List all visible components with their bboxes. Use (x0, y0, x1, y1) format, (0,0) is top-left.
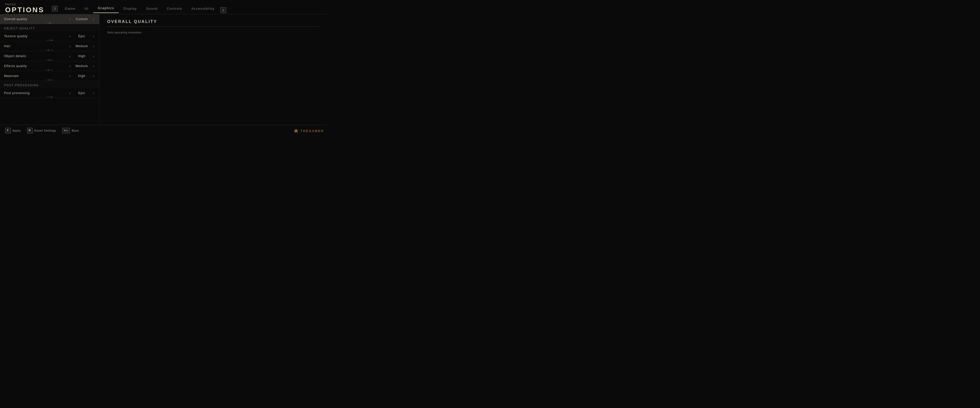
materials-label: Materials (4, 74, 19, 78)
hair-control: ‹ Medium › (68, 44, 95, 48)
overall-quality-value: Custom (74, 17, 89, 21)
effects-quality-row[interactable]: Effects quality ‹ Medium › (0, 61, 99, 71)
object-details-label: Object details (4, 54, 26, 58)
pp-dot-5 (52, 97, 53, 97)
hair-prev[interactable]: ‹ (68, 44, 72, 48)
post-processing-prev[interactable]: ‹ (68, 91, 72, 95)
back-key: Esc (62, 128, 70, 133)
hair-next[interactable]: › (92, 44, 95, 48)
header: Pause OPTIONS Q Game UI Graphics Display… (0, 0, 327, 14)
hair-row[interactable]: Hair ‹ Medium › (0, 41, 99, 51)
quality-panel-desc: Sets upscaling resolution (107, 30, 319, 35)
materials-control: ‹ High › (68, 74, 95, 78)
svg-marker-0 (294, 129, 298, 133)
effects-quality-next[interactable]: › (92, 64, 95, 68)
tab-display[interactable]: Display (119, 5, 142, 13)
materials-dots (46, 79, 53, 80)
h-dot-2 (48, 50, 48, 51)
overall-quality-row[interactable]: Overall quality ‹ Custom › (0, 14, 99, 24)
tab-graphics[interactable]: Graphics (93, 4, 119, 13)
dot-3 (49, 23, 50, 24)
tq-dot-5 (52, 40, 53, 41)
reset-label: Reset Settings (35, 129, 56, 132)
texture-quality-prev[interactable]: ‹ (68, 34, 72, 38)
q-key-badge: Q (52, 6, 58, 11)
h-dot-5 (52, 50, 53, 51)
footer: F Apply R Reset Settings Esc Back (0, 125, 327, 136)
texture-quality-row[interactable]: Texture quality ‹ Epic › (0, 31, 99, 41)
object-details-dots (46, 60, 53, 60)
pp-dot-3 (49, 97, 50, 97)
tq-dot-3 (49, 40, 50, 41)
main-content: Overall quality ‹ Custom › Object qualit… (0, 14, 327, 125)
dot-2 (48, 23, 48, 24)
tab-accessibility[interactable]: Accessibility (187, 5, 219, 13)
post-processing-value: Epic (74, 91, 89, 95)
eq-dot-4 (51, 70, 52, 70)
overall-quality-prev[interactable]: ‹ (68, 17, 72, 21)
post-processing-label: Post processing (4, 91, 30, 95)
m-dot-5 (52, 79, 53, 80)
effects-quality-label: Effects quality (4, 64, 27, 68)
object-details-control: ‹ High › (68, 54, 95, 59)
tq-dot-2 (48, 40, 48, 41)
hair-label: Hair (4, 44, 11, 48)
m-dot-1 (46, 79, 47, 80)
od-dot-4 (51, 60, 52, 60)
overall-quality-next[interactable]: › (92, 17, 95, 21)
pause-label: Pause (5, 3, 45, 6)
overall-quality-label: Overall quality (4, 17, 27, 21)
m-dot-2 (48, 79, 48, 80)
apply-key: F (5, 128, 11, 133)
quality-panel-title: OVERALL QUALITY (107, 19, 319, 27)
post-processing-control: ‹ Epic › (68, 91, 95, 95)
right-panel: OVERALL QUALITY Sets upscaling resolutio… (100, 14, 327, 125)
tab-controls[interactable]: Controls (162, 5, 187, 13)
thegamer-icon (293, 128, 299, 134)
nav-tabs: Game UI Graphics Display Sound Controls … (60, 4, 321, 13)
dot-1 (46, 23, 47, 24)
m-dot-3 (49, 79, 50, 80)
tab-sound[interactable]: Sound (142, 5, 162, 13)
pp-dot-1 (46, 97, 47, 97)
watermark-text: THEGAMER (301, 129, 324, 133)
eq-dot-5 (52, 70, 53, 70)
texture-quality-next[interactable]: › (92, 34, 95, 38)
effects-quality-prev[interactable]: ‹ (68, 64, 72, 68)
h-dot-3 (49, 50, 50, 51)
od-dot-3 (49, 60, 50, 60)
object-quality-header: Object quality (0, 24, 99, 31)
materials-prev[interactable]: ‹ (68, 74, 72, 78)
texture-quality-label: Texture quality (4, 35, 27, 38)
tab-game[interactable]: Game (60, 5, 80, 13)
od-dot-1 (46, 60, 47, 60)
tab-ui[interactable]: UI (80, 5, 93, 13)
h-dot-4 (51, 50, 52, 51)
object-details-row[interactable]: Object details ‹ High › (0, 51, 99, 61)
materials-row[interactable]: Materials ‹ High › (0, 71, 99, 81)
options-title: OPTIONS (5, 6, 45, 14)
post-processing-header: Post processing (0, 81, 99, 88)
pp-dot-2 (48, 97, 48, 97)
h-dot-1 (46, 50, 47, 51)
texture-quality-control: ‹ Epic › (68, 34, 95, 38)
post-processing-next[interactable]: › (92, 91, 95, 95)
dot-4 (51, 23, 52, 24)
materials-next[interactable]: › (92, 74, 95, 78)
pp-dot-4 (51, 97, 52, 97)
e-key-badge: E (221, 7, 226, 13)
apply-button[interactable]: F Apply (5, 128, 21, 133)
texture-quality-dots (46, 40, 53, 41)
hair-dots (46, 50, 53, 51)
materials-value: High (74, 74, 89, 78)
texture-quality-value: Epic (74, 35, 89, 38)
effects-quality-value: Medium (74, 64, 89, 68)
tq-dot-4 (51, 40, 52, 41)
reset-button[interactable]: R Reset Settings (27, 128, 56, 133)
eq-dot-1 (46, 70, 47, 70)
post-processing-row[interactable]: Post processing ‹ Epic › (0, 88, 99, 98)
object-details-prev[interactable]: ‹ (68, 54, 72, 59)
back-button[interactable]: Esc Back (62, 128, 79, 133)
eq-dot-3 (49, 70, 50, 70)
object-details-next[interactable]: › (92, 54, 95, 59)
